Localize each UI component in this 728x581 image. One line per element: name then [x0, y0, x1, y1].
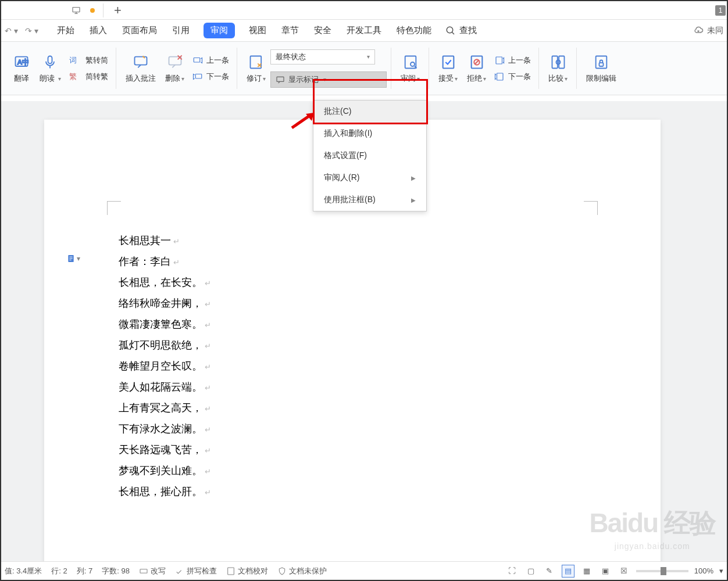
tab-dev-tools[interactable]: 开发工具	[345, 23, 383, 38]
svg-rect-13	[196, 74, 202, 78]
spellcheck-icon	[175, 566, 184, 576]
tab-features[interactable]: 特色功能	[395, 23, 433, 38]
zoom-level[interactable]: 100%	[694, 566, 713, 575]
next-icon	[192, 71, 203, 82]
view-web-button[interactable]: ▦	[580, 565, 593, 578]
qat-redo-button[interactable]: ↷ ▾	[25, 26, 38, 35]
delete-comment-icon	[166, 53, 184, 71]
compare-icon	[549, 53, 567, 71]
view-read-button[interactable]: ▢	[524, 565, 537, 578]
page-panel-icon[interactable]: ▾	[66, 253, 80, 264]
tab-chapter[interactable]: 章节	[280, 23, 300, 38]
svg-rect-24	[497, 73, 504, 80]
shield-icon	[277, 566, 287, 576]
menu-bar: ↶ ▾ ↷ ▾ 开始 插入 页面布局 引用 审阅 视图 章节 安全 开发工具 特…	[1, 20, 727, 42]
text-line: 美人如花隔云端。	[119, 376, 211, 397]
restrict-edit-button[interactable]: 限制编辑	[581, 51, 621, 86]
annotation-arrow-icon	[291, 112, 315, 129]
text-line: 上有青冥之高天，	[119, 397, 211, 418]
status-row[interactable]: 行: 2	[51, 566, 67, 576]
status-spellcheck[interactable]: 拼写检查	[175, 566, 217, 576]
tab-start[interactable]: 开始	[56, 23, 76, 38]
svg-rect-32	[69, 258, 72, 259]
zoom-slider[interactable]	[636, 570, 688, 572]
dropdown-item-balloon[interactable]: 使用批注框(B)▶	[313, 189, 426, 211]
tab-reference[interactable]: 引用	[171, 23, 191, 38]
doc-icon	[66, 253, 76, 264]
translate-button[interactable]: A中 翻译	[8, 51, 35, 86]
read-button[interactable]: 朗读 ▾	[35, 51, 66, 86]
delete-comment-button[interactable]: 删除▾	[160, 51, 189, 86]
tab-review[interactable]: 审阅	[204, 23, 235, 38]
svg-point-27	[556, 60, 560, 64]
zoom-menu-button[interactable]: ▾	[719, 566, 723, 575]
document-content[interactable]: 长相思其一 作者：李白 长相思，在长安。 络纬秋啼金井阑， 微霜凄凄簟色寒。 孤…	[119, 230, 211, 502]
view-page-button[interactable]: ▤	[562, 565, 574, 578]
svg-rect-12	[194, 58, 201, 62]
svg-rect-19	[442, 56, 454, 68]
notification-badge[interactable]: 1	[715, 5, 726, 16]
status-word-count[interactable]: 字数: 98	[102, 566, 130, 576]
next-change-icon	[494, 71, 505, 82]
monitor-icon	[72, 6, 81, 15]
next-change-button[interactable]: 下一条	[491, 70, 534, 83]
svg-rect-34	[140, 569, 147, 573]
text-line: 长相思，在长安。	[119, 272, 211, 293]
view-fullscreen-button[interactable]: ⛶	[506, 565, 519, 578]
next-comment-button[interactable]: 下一条	[189, 70, 233, 83]
tab-page-layout[interactable]: 页面布局	[121, 23, 158, 38]
zoom-out-button[interactable]: ☒	[618, 565, 630, 578]
microphone-icon	[41, 53, 59, 71]
qat-undo-button[interactable]: ↶ ▾	[5, 26, 18, 35]
translate-icon: A中	[13, 53, 30, 71]
status-position[interactable]: 值: 3.4厘米	[5, 566, 42, 576]
compare-button[interactable]: 比较▾	[544, 51, 572, 86]
svg-rect-29	[599, 63, 604, 66]
view-outline-button[interactable]: ✎	[543, 565, 556, 578]
cloud-icon[interactable]	[693, 26, 704, 36]
text-line: 梦魂不到关山难。	[119, 460, 211, 481]
status-protect[interactable]: 文档未保护	[277, 566, 327, 576]
tab-security[interactable]: 安全	[313, 23, 333, 38]
svg-line-22	[474, 60, 479, 64]
new-tab-button[interactable]: +	[114, 3, 122, 18]
text-line: 卷帷望月空长叹。	[119, 356, 211, 376]
dropdown-item-comments[interactable]: 批注(C)	[313, 101, 426, 123]
trad-to-simp-button[interactable]: 词 繁转简	[66, 54, 112, 67]
show-marks-button[interactable]: 显示标记▾	[270, 71, 387, 88]
text-line: 下有渌水之波澜。	[119, 418, 211, 439]
prev-comment-button[interactable]: 上一条	[189, 54, 233, 67]
search-button[interactable]: 查找	[445, 25, 477, 36]
reject-button[interactable]: 拒绝▾	[462, 51, 491, 86]
svg-rect-15	[277, 77, 284, 81]
insert-comment-button[interactable]: 插入批注	[121, 51, 160, 86]
dropdown-item-insert-delete[interactable]: 插入和删除(I)	[313, 123, 426, 145]
text-line: 作者：李白	[119, 251, 211, 272]
simp-to-trad-button[interactable]: 繁 简转繁	[66, 70, 112, 83]
accept-button[interactable]: 接受▾	[434, 51, 462, 86]
review-icon	[402, 53, 419, 71]
status-proof[interactable]: 文档校对	[226, 566, 268, 576]
tab-view[interactable]: 视图	[248, 23, 267, 38]
revise-icon	[248, 53, 265, 71]
review-pane-button[interactable]: 审阅▾	[396, 51, 424, 86]
text-line: 络纬秋啼金井阑，	[119, 293, 211, 314]
svg-rect-23	[496, 57, 502, 64]
dropdown-item-format[interactable]: 格式设置(F)	[313, 145, 426, 167]
revise-button[interactable]: 修订▾	[242, 51, 270, 86]
submenu-arrow-icon: ▶	[411, 175, 416, 181]
svg-rect-7	[48, 56, 52, 63]
dropdown-item-reviewer[interactable]: 审阅人(R)▶	[313, 167, 426, 189]
show-marks-dropdown: 批注(C) 插入和删除(I) 格式设置(F) 审阅人(R)▶ 使用批注框(B)▶	[313, 100, 427, 211]
ribbon-toolbar: A中 翻译 朗读 ▾ 词 繁转简 繁 简转繁 插入批注 删除▾ 上一条 下一条 …	[1, 42, 727, 95]
status-col[interactable]: 列: 7	[77, 566, 92, 576]
view-print-button[interactable]: ▣	[599, 565, 612, 578]
display-state-select[interactable]: 最终状态▾	[270, 49, 375, 64]
status-rewrite[interactable]: 改写	[139, 566, 166, 576]
tab-insert[interactable]: 插入	[88, 23, 108, 38]
prev-change-button[interactable]: 上一条	[491, 54, 534, 67]
reject-icon	[468, 53, 486, 71]
svg-rect-16	[405, 56, 416, 68]
text-line: 长相思，摧心肝。	[119, 481, 211, 502]
text-line: 天长路远魂飞苦，	[119, 439, 211, 460]
